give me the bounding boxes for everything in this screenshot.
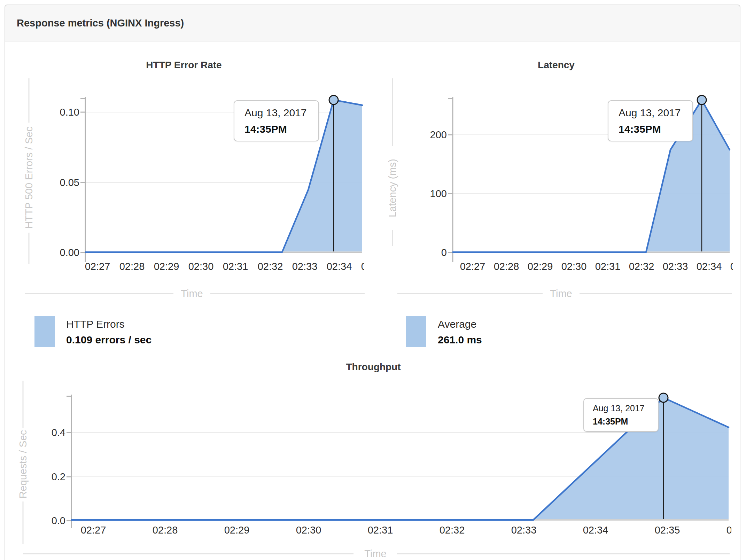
latency-tooltip: Aug 13, 2017 14:35PM — [608, 100, 693, 141]
x-tick-label: 02:33 — [292, 261, 318, 272]
data-point-marker[interactable] — [329, 95, 338, 104]
x-tick-label: 02:32 — [258, 261, 283, 272]
x-tick-label: 02:35 — [361, 261, 387, 272]
throughput-x-axis-title: Time — [364, 548, 386, 559]
x-tick-label: 02:28 — [494, 261, 519, 272]
latency-y-axis-title: Latency (ms) — [387, 159, 398, 217]
y-tick-label: 100 — [430, 188, 447, 199]
x-tick-label: 02:35 — [655, 524, 680, 536]
throughput-y-axis-title: Requests / Sec — [17, 430, 29, 499]
y-tick-label: 0.00 — [60, 247, 79, 258]
x-tick-label: 02:30 — [296, 524, 321, 536]
x-tick-label: 02:29 — [528, 261, 553, 272]
tooltip-date: Aug 13, 2017 — [619, 107, 692, 119]
tooltip-date: Aug 13, 2017 — [244, 107, 318, 119]
x-tick-label: 02:33 — [663, 261, 688, 272]
x-tick-label: 02:27 — [460, 261, 485, 272]
legend-label: HTTP Errors — [66, 316, 151, 332]
x-tick-label: 02:27 — [85, 261, 110, 272]
tooltip-time: 14:35PM — [593, 417, 658, 427]
x-tick-label: 02:27 — [81, 524, 106, 536]
legend-text: Average 261.0 ms — [438, 316, 482, 348]
y-tick-label: 0.05 — [60, 177, 79, 188]
tooltip-date: Aug 13, 2017 — [593, 403, 658, 413]
x-tick-label: 02:31 — [368, 524, 393, 536]
error-rate-y-axis-title: HTTP 500 Errors / Sec — [23, 127, 34, 229]
latency-chart-title: Latency — [538, 60, 575, 70]
x-tick-label: 02:36 — [726, 524, 746, 536]
data-point-marker[interactable] — [697, 95, 706, 104]
tooltip-time: 14:35PM — [619, 123, 692, 135]
x-tick-label: 02:32 — [440, 524, 465, 536]
latency-chart: Latency Latency (ms) 200 100 0 02:27 02: — [387, 60, 746, 299]
legend-swatch — [406, 316, 426, 347]
x-tick-label: 02:28 — [119, 261, 145, 272]
data-point-marker[interactable] — [659, 393, 668, 402]
error-rate-chart: HTTP Error Rate HTTP 500 Errors / Sec 0.… — [23, 60, 386, 299]
x-tick-label: 02:33 — [511, 524, 537, 536]
x-tick-label: 02:29 — [154, 261, 179, 272]
legend-value: 0.109 errors / sec — [66, 332, 151, 348]
response-metrics-page: Response metrics (NGINX Ingress) HTTP Er… — [0, 0, 746, 560]
x-tick-label: 02:30 — [561, 261, 587, 272]
y-tick-label: 0.2 — [52, 471, 65, 482]
error-rate-x-axis-title: Time — [181, 288, 203, 299]
y-tick-label: 0.0 — [52, 515, 65, 526]
throughput-chart-title: Throughput — [346, 361, 401, 372]
throughput-tooltip: Aug 13, 2017 14:35PM — [583, 398, 659, 432]
y-tick-label: 200 — [430, 129, 447, 140]
tooltip-time: 14:35PM — [244, 123, 318, 135]
error-rate-area — [85, 100, 362, 252]
y-tick-label: 0.10 — [60, 107, 79, 118]
x-tick-label: 02:34 — [327, 261, 352, 272]
legend-http-errors: HTTP Errors 0.109 errors / sec — [34, 316, 151, 348]
x-tick-label: 02:32 — [629, 261, 654, 272]
throughput-chart: Throughput Requests / Sec 0.4 0.2 0.0 02… — [17, 361, 746, 559]
latency-x-axis-title: Time — [550, 288, 572, 299]
x-tick-label: 02:28 — [153, 524, 178, 536]
y-tick-label: 0 — [441, 247, 447, 258]
x-tick-label: 02:31 — [595, 261, 621, 272]
legend-average-latency: Average 261.0 ms — [406, 316, 482, 348]
error-rate-chart-title: HTTP Error Rate — [146, 60, 222, 70]
x-tick-label: 02:35 — [730, 261, 746, 272]
legend-label: Average — [438, 316, 482, 332]
legend-text: HTTP Errors 0.109 errors / sec — [66, 316, 151, 348]
error-rate-tooltip: Aug 13, 2017 14:35PM — [234, 100, 319, 141]
x-tick-label: 02:30 — [188, 261, 214, 272]
legend-swatch — [34, 316, 55, 347]
y-tick-label: 0.4 — [52, 427, 65, 438]
x-tick-label: 02:31 — [223, 261, 248, 272]
charts-canvas: HTTP Error Rate HTTP 500 Errors / Sec 0.… — [0, 0, 746, 560]
x-tick-label: 02:34 — [697, 261, 722, 272]
latency-series[interactable]: 02:27 02:28 02:29 02:30 02:31 02:32 02:3… — [453, 95, 746, 272]
x-tick-label: 02:29 — [224, 524, 250, 536]
legend-value: 261.0 ms — [438, 332, 482, 348]
x-tick-label: 02:34 — [583, 524, 608, 536]
